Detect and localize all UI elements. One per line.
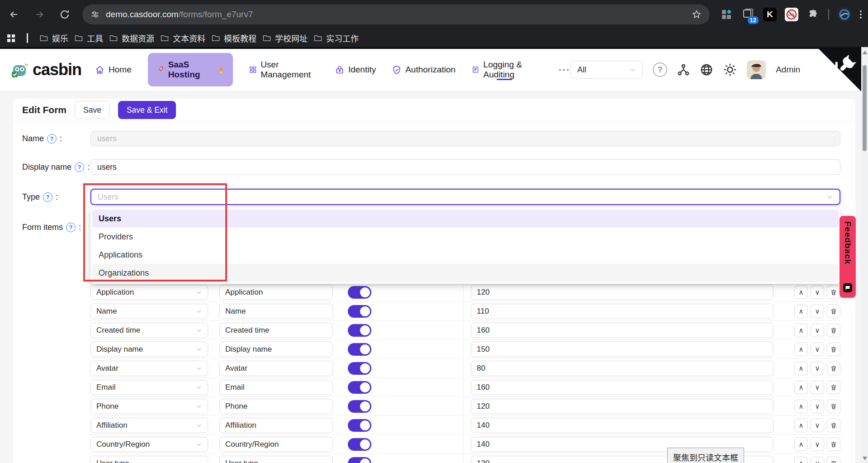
- delete-row-button[interactable]: [827, 343, 840, 356]
- tab-manager-extension-icon[interactable]: 12: [741, 8, 755, 21]
- move-down-button[interactable]: ∨: [811, 419, 824, 432]
- move-up-button[interactable]: ∧: [794, 286, 808, 299]
- language-globe-icon[interactable]: [700, 63, 713, 76]
- sitemap-icon[interactable]: [677, 63, 690, 76]
- github-corner[interactable]: [819, 49, 861, 91]
- delete-row-button[interactable]: [827, 457, 840, 463]
- form-item-label-input[interactable]: Application: [219, 285, 333, 300]
- delete-row-button[interactable]: [827, 419, 840, 432]
- visible-toggle[interactable]: [348, 400, 371, 413]
- site-settings-icon[interactable]: [90, 10, 100, 19]
- nav-item-more[interactable]: ···: [559, 65, 570, 75]
- address-bar[interactable]: demo.casdoor.com/forms/form_e7urv7: [82, 5, 710, 24]
- move-up-button[interactable]: ∧: [794, 362, 808, 375]
- back-icon[interactable]: [6, 7, 22, 22]
- nav-item-saas-hosting[interactable]: SaaS Hosting: [148, 53, 233, 86]
- reload-icon[interactable]: [57, 7, 72, 22]
- bookmark-folder[interactable]: 工具: [75, 32, 103, 44]
- brand-logo[interactable]: casbin: [10, 60, 81, 80]
- move-down-button[interactable]: ∨: [811, 400, 824, 413]
- type-help-icon[interactable]: ?: [43, 192, 52, 202]
- move-down-button[interactable]: ∨: [811, 324, 824, 337]
- browser-menu-icon[interactable]: [860, 10, 862, 19]
- move-up-button[interactable]: ∧: [794, 343, 808, 356]
- width-input[interactable]: 160: [471, 323, 773, 338]
- forward-icon[interactable]: [32, 7, 47, 22]
- name-input[interactable]: users: [90, 131, 840, 146]
- extensions-puzzle-icon[interactable]: [806, 8, 820, 21]
- visible-toggle[interactable]: [348, 419, 371, 432]
- visible-toggle[interactable]: [348, 343, 371, 356]
- visible-toggle[interactable]: [348, 362, 371, 375]
- form-item-name-select[interactable]: Country/Region: [90, 437, 208, 452]
- form-item-name-select[interactable]: Application: [90, 285, 208, 300]
- form-item-name-select[interactable]: Email: [90, 380, 208, 395]
- name-help-icon[interactable]: ?: [47, 134, 57, 143]
- type-select[interactable]: Users: [90, 189, 840, 205]
- width-input[interactable]: 160: [471, 380, 773, 395]
- type-option-providers[interactable]: Providers: [92, 228, 839, 246]
- theme-sun-icon[interactable]: [723, 63, 737, 76]
- form-items-help-icon[interactable]: ?: [66, 223, 76, 232]
- nav-item-authorization[interactable]: Authorization: [392, 65, 455, 75]
- user-name[interactable]: Admin: [776, 65, 800, 75]
- save-exit-button[interactable]: Save & Exit: [118, 101, 176, 119]
- visible-toggle[interactable]: [348, 381, 371, 394]
- form-item-label-input[interactable]: Display name: [219, 342, 333, 357]
- delete-row-button[interactable]: [827, 305, 840, 318]
- browser-profile-avatar[interactable]: [837, 7, 852, 22]
- apps-grid-icon[interactable]: [7, 34, 15, 42]
- nav-item-identity[interactable]: Identity: [335, 65, 376, 75]
- form-item-label-input[interactable]: User type: [219, 456, 333, 463]
- form-item-label-input[interactable]: Country/Region: [219, 437, 333, 452]
- width-input[interactable]: 120: [471, 399, 773, 414]
- display-name-help-icon[interactable]: ?: [75, 162, 84, 172]
- scroll-up-arrow-icon[interactable]: [863, 51, 867, 54]
- form-item-label-input[interactable]: Avatar: [219, 361, 333, 376]
- visible-toggle[interactable]: [348, 305, 371, 318]
- delete-row-button[interactable]: [827, 400, 840, 413]
- visible-toggle[interactable]: [348, 286, 371, 299]
- form-item-name-select[interactable]: Affiliation: [90, 418, 208, 433]
- type-option-organizations[interactable]: Organizations: [92, 264, 839, 282]
- form-item-name-select[interactable]: Name: [90, 304, 208, 319]
- delete-row-button[interactable]: [827, 324, 840, 337]
- bookmark-folder[interactable]: 学校网址: [263, 32, 308, 44]
- move-up-button[interactable]: ∧: [794, 324, 808, 337]
- user-avatar[interactable]: [747, 60, 766, 79]
- feedback-ribbon[interactable]: Feedback: [840, 216, 856, 298]
- bookmark-folder[interactable]: 娱乐: [40, 32, 68, 44]
- width-input[interactable]: 80: [471, 361, 773, 376]
- k-extension-icon[interactable]: K: [763, 8, 777, 21]
- scrollbar-thumb[interactable]: [863, 65, 867, 151]
- form-item-label-input[interactable]: Affiliation: [219, 418, 333, 433]
- organization-select[interactable]: All: [570, 61, 643, 79]
- move-down-button[interactable]: ∨: [811, 457, 824, 463]
- form-item-name-select[interactable]: Created time: [90, 323, 208, 338]
- delete-row-button[interactable]: [827, 381, 840, 394]
- form-item-name-select[interactable]: User type: [90, 456, 208, 463]
- nav-item-user-management[interactable]: User Management: [249, 60, 319, 80]
- type-option-applications[interactable]: Applications: [92, 246, 839, 264]
- form-item-label-input[interactable]: Name: [219, 304, 333, 319]
- display-name-input[interactable]: users: [90, 159, 840, 175]
- visible-toggle[interactable]: [348, 324, 371, 337]
- delete-row-button[interactable]: [827, 362, 840, 375]
- visible-toggle[interactable]: [348, 438, 371, 451]
- save-button[interactable]: Save: [75, 101, 110, 119]
- form-item-label-input[interactable]: Created time: [219, 323, 333, 338]
- form-item-name-select[interactable]: Phone: [90, 399, 208, 414]
- nav-item-logging-auditing[interactable]: Logging & Auditing: [472, 60, 542, 80]
- form-item-label-input[interactable]: Phone: [219, 399, 333, 414]
- bookmark-folder[interactable]: 数据资源: [109, 32, 154, 44]
- type-option-users[interactable]: Users: [92, 210, 839, 228]
- move-down-button[interactable]: ∨: [811, 381, 824, 394]
- scroll-down-arrow-icon[interactable]: [863, 457, 867, 460]
- move-down-button[interactable]: ∨: [811, 362, 824, 375]
- width-input[interactable]: 110: [471, 304, 773, 319]
- move-up-button[interactable]: ∧: [794, 400, 808, 413]
- move-down-button[interactable]: ∨: [811, 286, 824, 299]
- bookmark-star-icon[interactable]: [692, 10, 702, 19]
- move-up-button[interactable]: ∧: [794, 419, 808, 432]
- move-up-button[interactable]: ∧: [794, 438, 808, 451]
